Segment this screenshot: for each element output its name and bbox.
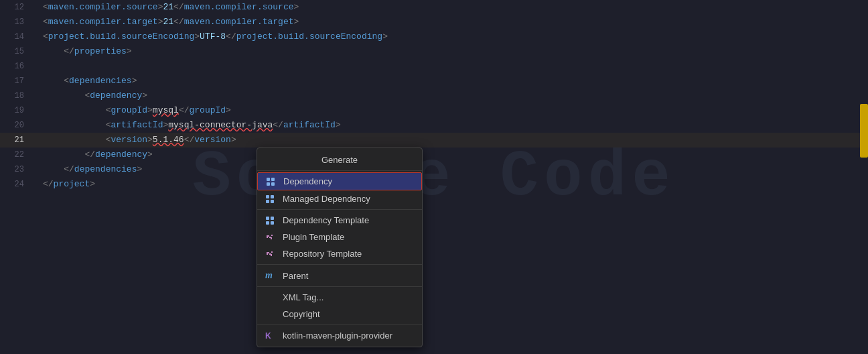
popup-title: Generate [257,151,422,171]
line-num-20: 20 [0,118,32,133]
code-line-18: 18 <dependency> [0,88,868,103]
line-content-20: <artifactId>mysql-connector-java</artifa… [32,118,341,133]
code-line-13: 13 <maven.compiler.target>21</maven.comp… [0,15,868,30]
line-content-23: </dependencies> [32,162,142,177]
svg-rect-3 [271,182,275,186]
menu-item-plugin-template[interactable]: Plugin Template [257,229,422,245]
line-num-21: 21 [0,133,32,148]
line-num-24: 24 [0,177,32,192]
menu-item-parent-label: Parent [283,271,308,281]
line-num-22: 22 [0,148,32,162]
svg-rect-7 [271,200,274,203]
plugin-template-icon [265,233,277,242]
menu-item-managed-dependency[interactable]: Managed Dependency [257,190,422,207]
menu-item-plugin-template-label: Plugin Template [283,232,344,242]
line-content-24: </project> [32,177,95,192]
line-num-15: 15 [0,44,32,59]
menu-item-repository-template-label: Repository Template [283,249,362,259]
code-line-20: 20 <artifactId>mysql-connector-java</art… [0,118,868,133]
vertical-scrollbar[interactable] [860,104,868,158]
svg-rect-6 [266,200,269,203]
divider-2 [257,264,422,265]
menu-item-kotlin-plugin[interactable]: K kotlin-maven-plugin-provider [257,327,422,344]
line-content-19: <groupId>mysql</groupId> [32,103,231,118]
svg-rect-0 [267,178,270,181]
line-num-16: 16 [0,59,32,74]
line-content-17: <dependencies> [32,74,137,88]
line-content-12: <maven.compiler.source>21</maven.compile… [32,0,299,15]
dependency-icon [266,177,278,186]
menu-item-managed-dependency-label: Managed Dependency [283,194,370,204]
menu-item-parent[interactable]: m Parent [257,267,422,284]
svg-rect-1 [271,178,275,181]
svg-rect-8 [266,217,269,220]
menu-item-copyright-label: Copyright [283,309,320,319]
managed-dependency-icon [265,194,277,204]
line-content-13: <maven.compiler.target>21</maven.compile… [32,15,299,30]
svg-rect-10 [266,221,269,225]
svg-rect-4 [266,195,269,198]
line-content-15: </properties> [32,44,132,59]
svg-rect-11 [271,221,274,225]
svg-rect-2 [267,182,270,186]
svg-rect-9 [271,217,274,220]
editor-area: Source Code 12 <maven.compiler.source>21… [0,0,868,354]
code-line-21: 21 <version>5.1.46</version> [0,133,868,148]
line-num-23: 23 [0,162,32,177]
menu-item-dependency[interactable]: Dependency [257,172,422,190]
line-content-22: </dependency> [32,148,153,162]
code-line-15: 15 </properties> [0,44,868,59]
code-line-23: 23 </dependencies> [0,162,868,177]
menu-item-kotlin-plugin-label: kotlin-maven-plugin-provider [283,331,392,341]
line-num-13: 13 [0,15,32,30]
kotlin-icon: K [265,331,277,341]
svg-rect-5 [271,195,274,198]
menu-item-copyright[interactable]: Copyright [257,306,422,322]
code-line-12: 12 <maven.compiler.source>21</maven.comp… [0,0,868,15]
code-line-24: 24 </project> [0,177,868,192]
line-content-18: <dependency> [32,88,147,103]
line-content-21: <version>5.1.46</version> [32,133,236,148]
line-num-12: 12 [0,0,32,15]
divider-1 [257,209,422,210]
line-num-17: 17 [0,74,32,88]
line-num-18: 18 [0,88,32,103]
dependency-template-icon [265,216,277,225]
divider-3 [257,286,422,287]
code-line-17: 17 <dependencies> [0,74,868,88]
code-lines: 12 <maven.compiler.source>21</maven.comp… [0,0,868,192]
line-num-19: 19 [0,103,32,118]
line-content-14: <project.build.sourceEncoding>UTF-8</pro… [32,30,388,44]
code-line-19: 19 <groupId>mysql</groupId> [0,103,868,118]
code-line-16: 16 [0,59,868,74]
parent-icon: m [265,270,277,281]
divider-4 [257,324,422,325]
menu-item-dependency-template-label: Dependency Template [283,215,369,225]
line-num-14: 14 [0,30,32,44]
code-line-22: 22 </dependency> [0,148,868,162]
menu-item-repository-template[interactable]: Repository Template [257,245,422,262]
repository-template-icon [265,249,277,259]
menu-item-dependency-template[interactable]: Dependency Template [257,212,422,229]
code-line-14: 14 <project.build.sourceEncoding>UTF-8</… [0,30,868,44]
menu-item-dependency-label: Dependency [283,176,332,186]
menu-item-xml-tag-label: XML Tag... [283,292,323,302]
menu-item-xml-tag[interactable]: XML Tag... [257,289,422,306]
generate-popup: Generate Dependency [257,148,423,347]
